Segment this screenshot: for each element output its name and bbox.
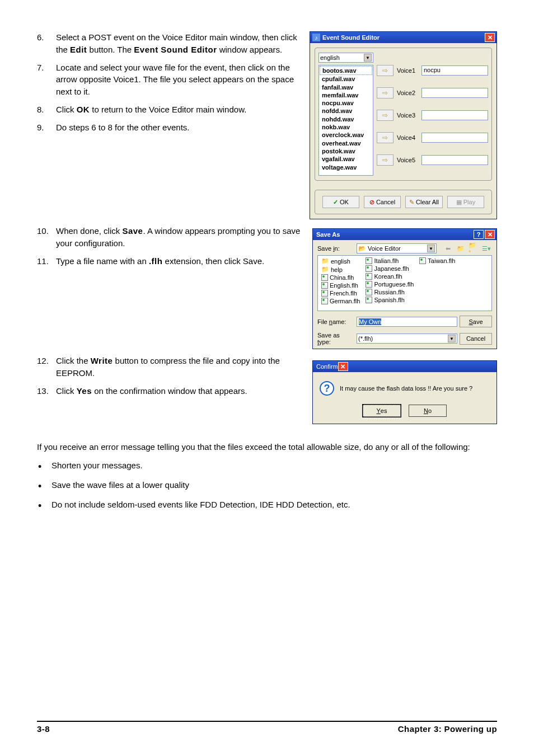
saveastype-dropdown[interactable]: (*.flh) ▼ bbox=[357, 334, 457, 344]
list-item[interactable]: cpufail.wav bbox=[320, 75, 372, 83]
list-item[interactable]: postok.wav bbox=[320, 147, 372, 155]
list-item[interactable]: Taiwan.flh bbox=[419, 257, 455, 264]
list-item[interactable]: China.flh bbox=[321, 274, 360, 281]
savein-dropdown[interactable]: 📂 Voice Editor ▼ bbox=[357, 243, 437, 253]
list-item[interactable]: 📁english bbox=[321, 257, 360, 265]
file-icon bbox=[366, 297, 372, 303]
back-icon[interactable]: ⬅ bbox=[442, 243, 453, 253]
confirm-dialog: Confirm ✕ ? It may cause the flash data … bbox=[312, 360, 497, 424]
step-number: 10. bbox=[37, 225, 56, 250]
step-text: Locate and select your wave file for the… bbox=[56, 62, 301, 98]
list-item[interactable]: nokb.wav bbox=[320, 123, 372, 131]
view-menu-icon[interactable]: ☰▾ bbox=[481, 243, 492, 253]
file-icon bbox=[321, 290, 328, 297]
close-icon[interactable]: ✕ bbox=[338, 362, 348, 371]
list-item[interactable]: Korean.flh bbox=[366, 273, 414, 280]
voice1-field[interactable]: nocpu bbox=[421, 65, 488, 76]
savein-label: Save in: bbox=[317, 245, 354, 252]
help-icon[interactable]: ? bbox=[474, 230, 484, 239]
assign-voice2-button[interactable]: ⇨ bbox=[377, 87, 394, 98]
page-number: 3-8 bbox=[37, 724, 50, 734]
voice4-field[interactable] bbox=[421, 133, 488, 143]
no-button[interactable]: No bbox=[409, 405, 447, 417]
list-item[interactable]: German.flh bbox=[321, 298, 360, 304]
step-text: Click OK to return to the Voice Editor m… bbox=[56, 104, 301, 116]
list-item[interactable]: memfail.wav bbox=[320, 91, 372, 99]
step-number: 13. bbox=[37, 385, 56, 397]
file-icon bbox=[366, 273, 372, 280]
chevron-down-icon[interactable]: ▼ bbox=[427, 245, 435, 252]
step-number: 12. bbox=[37, 355, 56, 379]
file-icon bbox=[366, 257, 372, 264]
list-item[interactable]: nofdd.wav bbox=[320, 107, 372, 115]
close-icon[interactable]: ✕ bbox=[485, 33, 495, 42]
yes-button[interactable]: Yes bbox=[363, 405, 401, 417]
up-folder-icon[interactable]: 📁 bbox=[455, 243, 466, 253]
list-item[interactable]: French.flh bbox=[321, 290, 360, 297]
wav-file-list[interactable]: bootos.wav cpufail.wav fanfail.wav memfa… bbox=[318, 65, 373, 176]
folder-icon: 📂 bbox=[358, 245, 366, 252]
assign-voice4-button[interactable]: ⇨ bbox=[377, 132, 394, 143]
save-as-dialog: Save As ? ✕ Save in: 📂 Voice Editor ▼ ⬅ bbox=[312, 228, 497, 349]
list-item[interactable]: overclock.wav bbox=[320, 131, 372, 139]
list-item[interactable]: nocpu.wav bbox=[320, 99, 372, 107]
app-icon: ♪ bbox=[312, 34, 320, 41]
filename-label: File name: bbox=[317, 318, 354, 325]
step-text: Do steps 6 to 8 for the other events. bbox=[56, 121, 301, 134]
new-folder-icon[interactable]: 📁* bbox=[468, 243, 479, 253]
assign-voice5-button[interactable]: ⇨ bbox=[377, 154, 394, 166]
window-title: Event Sound Editor bbox=[322, 34, 485, 41]
list-item[interactable]: nohdd.wav bbox=[320, 115, 372, 123]
file-icon bbox=[366, 265, 372, 272]
list-item[interactable]: 📁help bbox=[321, 266, 360, 273]
play-button[interactable]: ▦Play bbox=[447, 196, 484, 208]
list-item[interactable]: bootos.wav bbox=[320, 66, 372, 75]
file-browser[interactable]: 📁english 📁help China.flh English.flh Fre… bbox=[317, 255, 492, 311]
step-number: 8. bbox=[37, 104, 56, 116]
list-item[interactable]: overheat.wav bbox=[320, 139, 372, 147]
step-text: Type a file name with an .flh extension,… bbox=[56, 255, 301, 267]
list-item[interactable]: Italian.flh bbox=[366, 257, 414, 264]
list-item[interactable]: Spanish.flh bbox=[366, 297, 414, 303]
step-number: 6. bbox=[37, 31, 56, 56]
list-item[interactable]: Russian.flh bbox=[366, 289, 414, 295]
chevron-down-icon[interactable]: ▼ bbox=[364, 54, 372, 62]
filename-input[interactable]: My Own bbox=[357, 317, 457, 327]
step-text: When done, click Save. A window appears … bbox=[56, 225, 301, 250]
voice-label: Voice5 bbox=[397, 157, 418, 163]
event-sound-editor-window: ♪ Event Sound Editor ✕ english ▼ bootos.… bbox=[310, 31, 497, 219]
file-icon bbox=[321, 282, 328, 289]
list-item[interactable]: English.flh bbox=[321, 282, 360, 289]
voice-label: Voice1 bbox=[397, 67, 418, 74]
close-icon[interactable]: ✕ bbox=[485, 230, 495, 239]
voice5-field[interactable] bbox=[421, 155, 488, 165]
file-icon bbox=[321, 274, 328, 281]
cancel-button[interactable]: ⊘Cancel bbox=[364, 196, 401, 208]
file-icon bbox=[419, 257, 426, 264]
step-number: 7. bbox=[37, 62, 56, 98]
save-button[interactable]: Save bbox=[460, 316, 492, 327]
clear-all-button[interactable]: ✎Clear All bbox=[405, 196, 443, 208]
bullet-text: Do not include seldom-used events like F… bbox=[51, 499, 350, 514]
file-icon bbox=[321, 298, 328, 304]
file-icon bbox=[366, 281, 372, 288]
list-item[interactable]: Portuguese.flh bbox=[366, 281, 414, 288]
voice-label: Voice2 bbox=[397, 90, 418, 96]
list-item[interactable]: Japanese.flh bbox=[366, 265, 414, 272]
assign-voice1-button[interactable]: ⇨ bbox=[377, 65, 394, 76]
window-title: Save As bbox=[316, 231, 474, 238]
list-item[interactable]: fanfail.wav bbox=[320, 83, 372, 91]
assign-voice3-button[interactable]: ⇨ bbox=[377, 110, 394, 121]
voice2-field[interactable] bbox=[421, 88, 488, 98]
voice3-field[interactable] bbox=[421, 110, 488, 120]
chevron-down-icon[interactable]: ▼ bbox=[448, 335, 456, 342]
language-dropdown[interactable]: english ▼ bbox=[318, 53, 373, 63]
list-item[interactable]: vgafail.wav bbox=[320, 155, 372, 163]
step-number: 9. bbox=[37, 121, 56, 134]
bullet-text: Save the wave files at a lower quality bbox=[51, 479, 189, 494]
ok-button[interactable]: ✓OK bbox=[322, 196, 359, 208]
cancel-button[interactable]: Cancel bbox=[460, 333, 492, 345]
voice-label: Voice3 bbox=[397, 112, 418, 119]
error-intro-paragraph: If you receive an error message telling … bbox=[37, 441, 497, 454]
list-item[interactable]: voltage.wav bbox=[320, 163, 372, 171]
